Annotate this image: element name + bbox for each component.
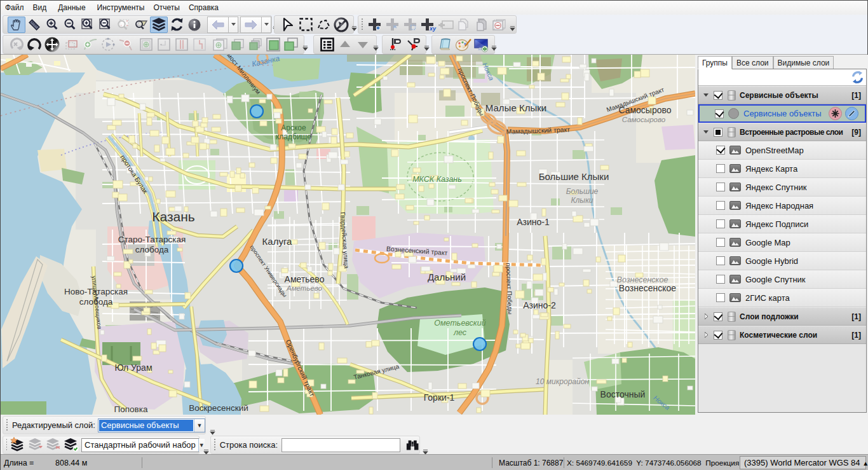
svg-text:Большие: Большие [566, 187, 599, 196]
svg-text:МКСК Казань: МКСК Казань [412, 175, 462, 184]
svg-text:Клыки: Клыки [571, 196, 593, 205]
svg-text:кладбище: кладбище [276, 132, 311, 141]
svg-text:Малые Клыки: Малые Клыки [485, 102, 546, 113]
svg-text:xy: xy [429, 25, 437, 32]
svg-text:Вознесенское: Вознесенское [619, 283, 676, 293]
svg-text:Горки-1: Горки-1 [424, 392, 455, 403]
svg-text:лес: лес [453, 328, 467, 337]
svg-text:Азино-2: Азино-2 [523, 300, 556, 310]
svg-text:Казань: Казань [152, 209, 195, 224]
svg-text:Большие Клыки: Большие Клыки [539, 171, 609, 182]
svg-text:Старо-Татарская: Старо-Татарская [118, 235, 186, 244]
svg-text:Калуга: Калуга [262, 236, 292, 247]
svg-text:Дальний: Дальний [428, 272, 466, 282]
svg-text:Юл Урам: Юл Урам [114, 363, 152, 373]
svg-text:Арское: Арское [281, 123, 306, 132]
svg-text:Азино-1: Азино-1 [517, 217, 550, 227]
svg-text:Аметьево: Аметьево [286, 284, 323, 292]
svg-text:Самосырово: Самосырово [622, 116, 666, 123]
svg-text:Восточный: Восточный [600, 389, 646, 399]
svg-text:10 микрорайон: 10 микрорайон [536, 377, 589, 386]
svg-text:Поповка: Поповка [114, 404, 148, 414]
svg-text:слобода: слобода [135, 245, 169, 254]
svg-text:Аметьево: Аметьево [285, 274, 325, 284]
svg-text:Воскресенский: Воскресенский [189, 403, 248, 413]
svg-text:Ометьевский: Ометьевский [434, 319, 485, 328]
